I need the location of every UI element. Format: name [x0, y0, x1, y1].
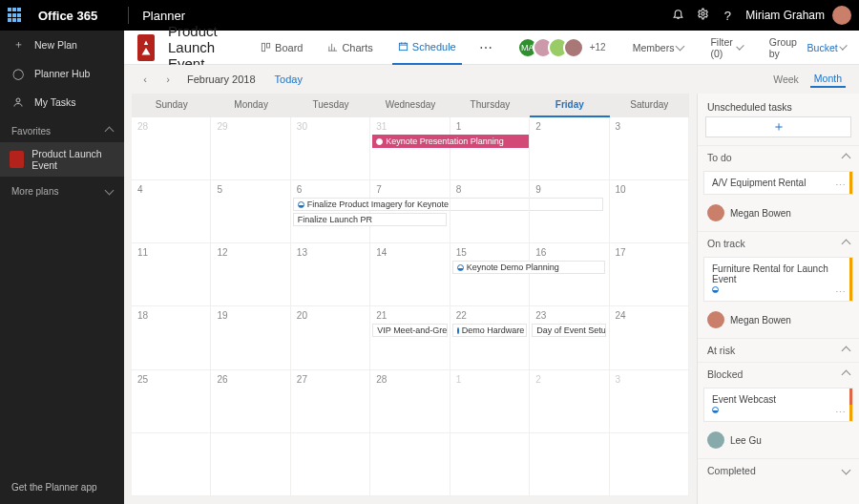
- calendar-cell[interactable]: [132, 433, 211, 496]
- more-plans-section[interactable]: More plans: [0, 177, 124, 202]
- day-header: Tuesday: [291, 94, 370, 117]
- member-avatar: [563, 37, 584, 58]
- calendar-cell[interactable]: 24: [610, 306, 689, 369]
- next-month-button[interactable]: ›: [160, 72, 176, 87]
- event-demo-hw[interactable]: Demo Hardware: [452, 324, 527, 337]
- calendar-cell[interactable]: 30: [291, 117, 370, 180]
- calendar-cell[interactable]: 8: [450, 180, 530, 243]
- calendar-cell[interactable]: 1: [450, 117, 530, 180]
- favorite-plan-item[interactable]: Product Launch Event: [0, 142, 124, 177]
- calendar-cell[interactable]: 18: [132, 306, 211, 369]
- calendar-cell[interactable]: 27: [291, 370, 370, 433]
- new-plan-button[interactable]: ＋ New Plan: [0, 31, 124, 59]
- section-atrisk[interactable]: At risk: [698, 338, 859, 362]
- section-blocked[interactable]: Blocked: [698, 362, 859, 386]
- calendar-cell[interactable]: 28: [370, 370, 450, 433]
- calendar-cell[interactable]: 13: [291, 243, 370, 306]
- calendar-cell[interactable]: 3: [610, 117, 689, 180]
- month-label: February 2018: [187, 74, 256, 85]
- calendar-cell[interactable]: 17: [610, 243, 689, 306]
- calendar-cell[interactable]: 26: [211, 370, 290, 433]
- calendar-cell[interactable]: [211, 433, 290, 496]
- view-week[interactable]: Week: [769, 72, 803, 87]
- help-icon[interactable]: ?: [715, 9, 740, 23]
- task-assignee: Megan Bowen: [698, 307, 859, 338]
- calendar-cell[interactable]: [610, 433, 689, 496]
- more-actions-button[interactable]: ⋯: [475, 40, 496, 55]
- calendar-cell[interactable]: 5: [211, 180, 290, 243]
- calendar-cell[interactable]: 3: [610, 370, 689, 433]
- user-avatar[interactable]: [832, 6, 851, 25]
- calendar-cell[interactable]: 6 Finalize Product Imagery for Keynote F…: [291, 180, 370, 243]
- calendar-cell[interactable]: 11: [132, 243, 211, 306]
- calendar-cell[interactable]: 29: [211, 117, 290, 180]
- calendar-cell[interactable]: 15 Keynote Demo Planning: [450, 243, 530, 306]
- tab-board[interactable]: Board: [255, 31, 308, 65]
- event-vip[interactable]: VIP Meet-and-Greet: [372, 324, 447, 337]
- svg-point-1: [16, 98, 20, 102]
- member-overflow: +12: [590, 42, 606, 52]
- section-completed[interactable]: Completed: [698, 458, 859, 482]
- view-month[interactable]: Month: [810, 71, 846, 88]
- section-ontrack[interactable]: On track: [698, 231, 859, 255]
- calendar-cell[interactable]: 19: [211, 306, 290, 369]
- calendar-cell[interactable]: 16: [530, 243, 609, 306]
- chevron-up-icon: [842, 369, 851, 379]
- my-tasks-label: My Tasks: [34, 96, 76, 108]
- planner-hub-link[interactable]: ◯ Planner Hub: [0, 59, 124, 88]
- chevron-down-icon: [105, 186, 115, 196]
- tab-schedule[interactable]: Schedule: [392, 31, 462, 65]
- calendar-cell[interactable]: 25: [132, 370, 211, 433]
- filter-button[interactable]: Filter (0): [710, 36, 742, 59]
- calendar-cell[interactable]: 31 Keynote Presentation Planning: [370, 117, 450, 180]
- notifications-icon[interactable]: [665, 8, 690, 23]
- get-app-link[interactable]: Get the Planner app: [0, 471, 124, 504]
- task-more-icon[interactable]: ⋯: [835, 179, 847, 192]
- calendar-cell[interactable]: 12: [211, 243, 290, 306]
- calendar-cell[interactable]: 22 Demo Hardware: [450, 306, 530, 369]
- app-launcher-icon[interactable]: [8, 8, 23, 23]
- calendar-cell[interactable]: 4: [132, 180, 211, 243]
- today-button[interactable]: Today: [275, 74, 303, 85]
- chevron-up-icon: [842, 346, 851, 355]
- calendar-cell[interactable]: 28: [132, 117, 211, 180]
- calendar-cell[interactable]: 2: [530, 370, 609, 433]
- calendar-cell[interactable]: [370, 433, 450, 496]
- add-task-button[interactable]: ＋: [705, 116, 851, 137]
- calendar-cell[interactable]: 20: [291, 306, 370, 369]
- task-more-icon[interactable]: ⋯: [835, 286, 847, 299]
- calendar-cell[interactable]: 1: [450, 370, 530, 433]
- calendar-cell[interactable]: [530, 433, 609, 496]
- svg-rect-2: [262, 43, 264, 51]
- calendar-cell[interactable]: 21 VIP Meet-and-Greet: [370, 306, 450, 369]
- user-name: Miriam Graham: [745, 9, 825, 22]
- prev-month-button[interactable]: ‹: [137, 72, 153, 87]
- assignee-avatar: [707, 431, 724, 449]
- my-tasks-link[interactable]: My Tasks: [0, 88, 124, 116]
- person-icon: [11, 95, 25, 109]
- calendar-cell[interactable]: 23 Day of Event Setup: [530, 306, 609, 369]
- assignee-avatar: [707, 311, 724, 328]
- calendar-cell[interactable]: 10: [610, 180, 689, 243]
- settings-icon[interactable]: [690, 8, 715, 23]
- task-card[interactable]: Furniture Rental for Launch Event ⋯: [703, 257, 853, 302]
- calendar-cell[interactable]: 9: [530, 180, 609, 243]
- calendar-cell[interactable]: [450, 433, 530, 496]
- svg-rect-4: [399, 43, 407, 50]
- favorites-section[interactable]: Favorites: [0, 116, 124, 142]
- chevron-up-icon: [842, 153, 851, 162]
- event-day-setup[interactable]: Day of Event Setup: [532, 324, 606, 337]
- members-button[interactable]: Members: [633, 42, 684, 53]
- calendar-cell[interactable]: 2: [530, 117, 609, 180]
- task-card[interactable]: Event Webcast ⋯: [703, 388, 853, 422]
- group-by-button[interactable]: Group by Bucket: [769, 36, 846, 59]
- tab-charts[interactable]: Charts: [322, 31, 378, 65]
- calendar-cell[interactable]: 14: [370, 243, 450, 306]
- day-header: Thursday: [450, 94, 530, 117]
- task-more-icon[interactable]: ⋯: [835, 407, 847, 419]
- plan-members[interactable]: MA +12: [523, 37, 606, 58]
- calendar-cell[interactable]: 7: [370, 180, 450, 243]
- section-todo[interactable]: To do: [698, 145, 859, 169]
- task-card[interactable]: A/V Equipment Rental ⋯: [703, 171, 853, 195]
- calendar-cell[interactable]: [291, 433, 370, 496]
